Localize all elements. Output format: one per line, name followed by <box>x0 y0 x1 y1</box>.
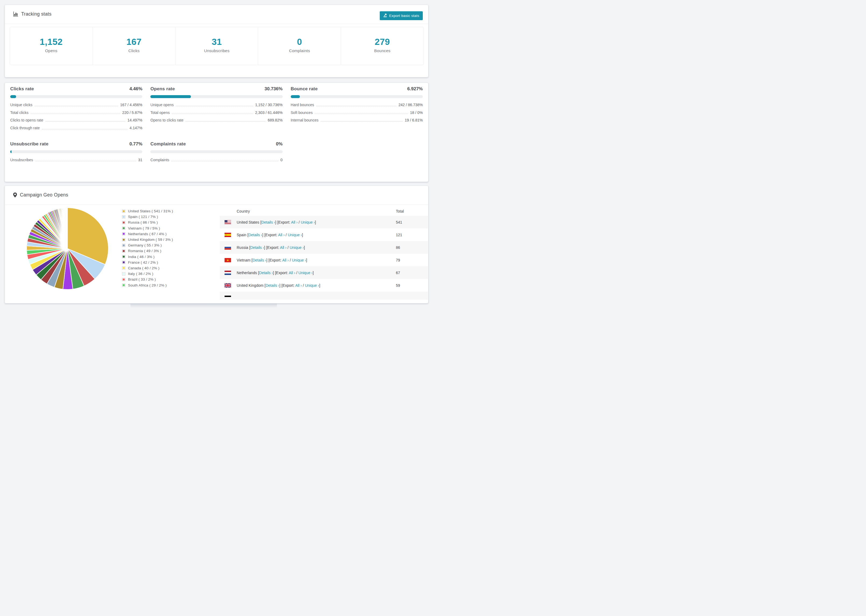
progress-bar-fill <box>291 95 300 98</box>
country-name: United Kingdom <box>237 283 264 288</box>
details-link[interactable]: Details › <box>250 245 264 250</box>
rate-percentage: 4.46% <box>129 86 142 92</box>
legend-item-vietnam[interactable]: Vietnam ( 79 / 5% ) <box>122 225 173 231</box>
rate-block-unsubscribe-rate: Unsubscribe rate 0.77% Unsubscribes 31 <box>10 141 142 165</box>
details-link[interactable]: Details › <box>259 271 273 275</box>
stat-label: Clicks <box>128 49 140 53</box>
rate-title: Complaints rate <box>150 141 186 147</box>
pie-slice-other[interactable] <box>67 208 68 248</box>
rate-block-clicks-rate: Clicks rate 4.46% Unique clicks 167 / 4.… <box>10 86 142 133</box>
rate-row-internal-bounces: Internal bounces 19 / 6.81% <box>291 118 423 126</box>
dotted-leader <box>42 129 128 129</box>
export-unique-link[interactable]: Unique › <box>290 245 304 250</box>
details-link[interactable]: Details › <box>261 220 275 225</box>
dotted-leader <box>35 161 136 161</box>
flag-icon-es <box>220 233 231 237</box>
legend-swatch <box>122 266 125 270</box>
legend-item-netherlands[interactable]: Netherlands ( 67 / 4% ) <box>122 231 173 237</box>
stat-value: 279 <box>375 37 390 47</box>
export-unique-link[interactable]: Unique › <box>299 271 313 275</box>
rate-block-complaints-rate: Complaints rate 0% Complaints 0 <box>150 141 282 165</box>
legend-item-spain[interactable]: Spain ( 121 / 7% ) <box>122 214 173 220</box>
legend-item-india[interactable]: India ( 46 / 3% ) <box>122 254 173 259</box>
rate-row-total-opens: Total opens 2,303 / 61.446% <box>150 110 282 118</box>
dashboard-page: Tracking stats Export basic stats 1,152 … <box>0 0 433 308</box>
details-link[interactable]: Details › <box>252 258 266 262</box>
rate-title: Bounce rate <box>291 86 318 92</box>
legend-item-romania[interactable]: Romania ( 49 / 3% ) <box>122 248 173 254</box>
legend-item-united-kingdom[interactable]: United Kingdom ( 59 / 3% ) <box>122 237 173 242</box>
export-unique-link[interactable]: Unique › <box>288 233 302 237</box>
country-name: Vietnam <box>237 258 250 262</box>
export-all-link[interactable]: All › <box>278 233 285 237</box>
export-all-link[interactable]: All › <box>282 258 288 262</box>
rates-card: Clicks rate 4.46% Unique clicks 167 / 4.… <box>5 83 428 182</box>
country-total: 86 <box>396 245 428 250</box>
legend-label: Canada ( 40 / 2% ) <box>128 266 159 270</box>
geo-opens-title-text: Campaign Geo Opens <box>20 192 68 198</box>
legend-item-france[interactable]: France ( 42 / 2% ) <box>122 259 173 265</box>
legend-label: India ( 46 / 3% ) <box>128 255 155 259</box>
legend-item-united-states[interactable]: United States ( 541 / 31% ) <box>122 208 173 214</box>
legend-label: Germany ( 55 / 3% ) <box>128 243 162 247</box>
stat-cell-unsubscribes: 31 Unsubscribes <box>175 27 258 65</box>
tracking-stats-title-text: Tracking stats <box>21 11 51 17</box>
rate-row-hard-bounces: Hard bounces 242 / 86.738% <box>291 103 423 110</box>
rate-row-click-through-rate: Click through rate 4.147% <box>10 126 142 134</box>
country-name: Russia <box>237 245 248 250</box>
legend-swatch <box>122 226 125 230</box>
bar-chart-icon <box>13 11 18 17</box>
progress-bar <box>291 95 423 98</box>
stat-value: 31 <box>212 37 222 47</box>
details-link[interactable]: Details › <box>265 283 279 288</box>
stat-cell-bounces: 279 Bounces <box>341 27 424 65</box>
progress-bar <box>10 150 142 153</box>
legend-item-canada[interactable]: Canada ( 40 / 2% ) <box>122 265 173 271</box>
export-all-link[interactable]: All › <box>280 245 287 250</box>
legend-item-south-africa[interactable]: South Africa ( 29 / 2% ) <box>122 282 173 288</box>
stat-label: Unsubscribes <box>204 49 230 53</box>
rate-block-opens-rate: Opens rate 30.736% Unique opens 1,152 / … <box>150 86 282 133</box>
country-total: 67 <box>396 271 428 275</box>
stat-label: Complaints <box>289 49 310 53</box>
country-name: Spain <box>237 233 246 237</box>
legend-item-italy[interactable]: Italy ( 36 / 2% ) <box>122 271 173 277</box>
table-row-united-kingdom: United Kingdom [Details ›] [Export: All … <box>220 279 428 292</box>
legend-swatch <box>122 215 125 218</box>
export-all-link[interactable]: All › <box>295 283 302 288</box>
rate-title: Unsubscribe rate <box>10 141 49 147</box>
legend-swatch <box>122 210 125 213</box>
export-unique-link[interactable]: Unique › <box>292 258 306 262</box>
geo-table-header-row: Country Total <box>220 207 428 216</box>
legend-item-russia[interactable]: Russia ( 86 / 5% ) <box>122 220 173 225</box>
flag-icon-gb <box>220 283 231 288</box>
table-row-spain: Spain [Details ›] [Export: All › / Uniqu… <box>220 228 428 241</box>
export-icon <box>383 13 387 18</box>
legend-item-germany[interactable]: Germany ( 55 / 3% ) <box>122 242 173 248</box>
export-unique-link[interactable]: Unique › <box>301 220 315 225</box>
export-all-link[interactable]: All › <box>289 271 295 275</box>
export-button-label: Export basic stats <box>389 14 419 18</box>
tracking-stats-header: Tracking stats Export basic stats <box>5 5 428 24</box>
legend-swatch <box>122 278 125 281</box>
legend-swatch <box>122 232 125 236</box>
geo-table-header-country: Country <box>237 209 396 214</box>
details-link[interactable]: Details › <box>249 233 262 237</box>
export-basic-stats-button[interactable]: Export basic stats <box>380 11 423 20</box>
table-row-russia: Russia [Details ›] [Export: All › / Uniq… <box>220 241 428 254</box>
progress-bar <box>150 150 282 153</box>
legend-label: France ( 42 / 2% ) <box>128 261 158 264</box>
rate-percentage: 0% <box>276 141 283 147</box>
dotted-leader <box>176 106 253 106</box>
dotted-leader <box>35 106 118 106</box>
legend-swatch <box>122 255 125 258</box>
flag-icon-us <box>220 220 231 225</box>
export-all-link[interactable]: All › <box>291 220 298 225</box>
export-unique-link[interactable]: Unique › <box>305 283 319 288</box>
legend-swatch <box>122 250 125 253</box>
rate-percentage: 0.77% <box>129 141 142 147</box>
geo-pie-legend: United States ( 541 / 31% ) Spain ( 121 … <box>122 208 173 288</box>
legend-swatch <box>122 261 125 264</box>
legend-label: Brazil ( 33 / 2% ) <box>128 277 156 281</box>
legend-item-brazil[interactable]: Brazil ( 33 / 2% ) <box>122 277 173 282</box>
